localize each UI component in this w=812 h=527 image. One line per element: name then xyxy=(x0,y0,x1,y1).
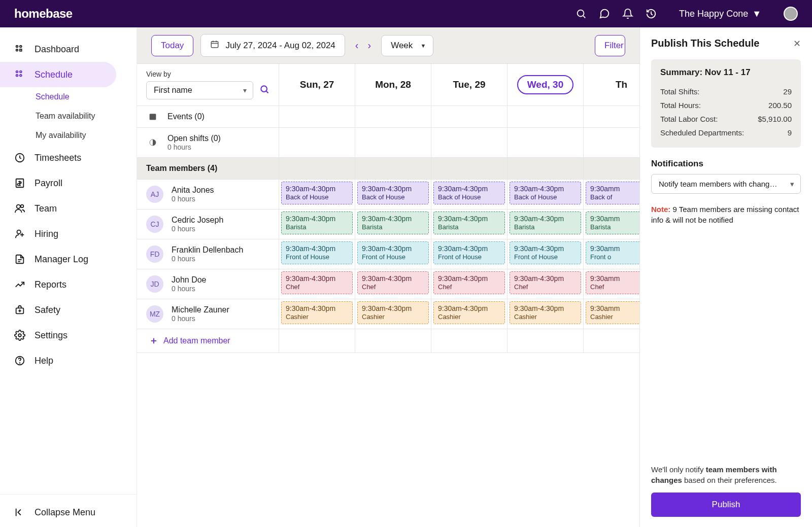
shift-cell[interactable]: 9:30am-4:30pm Cashier xyxy=(507,299,584,329)
history-icon[interactable] xyxy=(646,8,657,19)
grid-search-icon[interactable] xyxy=(259,84,269,96)
shift-cell[interactable]: 9:30am-4:30pm Chef xyxy=(431,269,507,299)
shift-block[interactable]: 9:30am-4:30pm Barista xyxy=(510,212,581,234)
shift-block[interactable]: 9:30amm Front o xyxy=(586,241,639,264)
open-shift-cell[interactable] xyxy=(584,128,639,158)
events-cell[interactable] xyxy=(507,106,584,128)
filter-button[interactable]: Filter xyxy=(595,35,625,56)
view-by-select[interactable]: First name xyxy=(146,81,253,99)
team-member-row[interactable]: JD John Doe0 hours xyxy=(137,269,279,299)
nav-settings[interactable]: Settings xyxy=(0,323,137,348)
shift-block[interactable]: 9:30am-4:30pm Chef xyxy=(281,271,353,294)
events-cell[interactable] xyxy=(584,106,639,128)
shift-block[interactable]: 9:30am-4:30pm Front of House xyxy=(433,241,505,264)
team-member-row[interactable]: FD Franklin Dellenbach0 hours xyxy=(137,239,279,269)
shift-block[interactable]: 9:30am-4:30pm Front of House xyxy=(510,241,581,264)
shift-block[interactable]: 9:30am-4:30pm Barista xyxy=(357,212,429,234)
shift-block[interactable]: 9:30am-4:30pm Chef xyxy=(433,271,505,294)
shift-cell[interactable]: 9:30amm Barista xyxy=(584,209,639,239)
day-header[interactable]: Th xyxy=(584,64,639,106)
shift-block[interactable]: 9:30amm Chef xyxy=(586,271,639,294)
period-select[interactable]: Week xyxy=(381,35,433,56)
shift-block[interactable]: 9:30am-4:30pm Cashier xyxy=(357,301,429,324)
events-cell[interactable] xyxy=(279,106,355,128)
shift-block[interactable]: 9:30amm Barista xyxy=(586,212,639,234)
shift-block[interactable]: 9:30am-4:30pm Back of House xyxy=(433,182,505,204)
shift-block[interactable]: 9:30am-4:30pm Front of House xyxy=(357,241,429,264)
shift-cell[interactable]: 9:30amm Front o xyxy=(584,239,639,269)
shift-cell[interactable]: 9:30am-4:30pm Barista xyxy=(431,209,507,239)
nav-help[interactable]: Help xyxy=(0,348,137,373)
shift-block[interactable]: 9:30amm Back of xyxy=(586,182,639,204)
shift-cell[interactable]: 9:30am-4:30pm Cashier xyxy=(355,299,431,329)
team-member-row[interactable]: AJ Anita Jones0 hours xyxy=(137,180,279,209)
shift-cell[interactable]: 9:30am-4:30pm Back of House xyxy=(431,180,507,209)
shift-cell[interactable]: 9:30am-4:30pm Chef xyxy=(355,269,431,299)
subnav-team-availability[interactable]: Team availability xyxy=(36,107,137,126)
chat-icon[interactable] xyxy=(599,8,610,19)
shift-cell[interactable]: 9:30am-4:30pm Barista xyxy=(507,209,584,239)
nav-dashboard[interactable]: Dashboard xyxy=(0,37,137,62)
shift-cell[interactable]: 9:30am-4:30pm Front of House xyxy=(431,239,507,269)
shift-cell[interactable]: 9:30am-4:30pm Front of House xyxy=(355,239,431,269)
empty-cell[interactable] xyxy=(507,329,584,353)
close-icon[interactable]: ✕ xyxy=(793,38,801,49)
add-team-member[interactable]: Add team member xyxy=(137,329,243,353)
shift-cell[interactable]: 9:30am-4:30pm Cashier xyxy=(279,299,355,329)
search-icon[interactable] xyxy=(576,8,587,19)
subnav-schedule[interactable]: Schedule xyxy=(36,87,137,107)
open-shifts-row[interactable]: Open shifts (0)0 hours xyxy=(137,128,279,158)
shift-cell[interactable]: 9:30am-4:30pm Chef xyxy=(279,269,355,299)
events-cell[interactable] xyxy=(355,106,431,128)
shift-cell[interactable]: 9:30am-4:30pm Front of House xyxy=(507,239,584,269)
shift-cell[interactable]: 9:30am-4:30pm Barista xyxy=(355,209,431,239)
shift-cell[interactable]: 9:30am-4:30pm Front of House xyxy=(279,239,355,269)
shift-block[interactable]: 9:30am-4:30pm Chef xyxy=(510,271,581,294)
empty-cell[interactable] xyxy=(431,329,507,353)
nav-manager-log[interactable]: Manager Log xyxy=(0,247,137,272)
day-header[interactable]: Sun, 27 xyxy=(279,64,355,106)
team-member-row[interactable]: MZ Michelle Zauner0 hours xyxy=(137,299,279,329)
shift-cell[interactable]: 9:30am-4:30pm Barista xyxy=(279,209,355,239)
shift-block[interactable]: 9:30am-4:30pm Barista xyxy=(433,212,505,234)
shift-block[interactable]: 9:30am-4:30pm Cashier xyxy=(510,301,581,324)
events-row[interactable]: Events (0) xyxy=(137,106,279,128)
prev-week-button[interactable]: ‹ xyxy=(355,40,359,51)
shift-block[interactable]: 9:30am-4:30pm Front of House xyxy=(281,241,353,264)
shift-cell[interactable]: 9:30am-4:30pm Back of House xyxy=(507,180,584,209)
collapse-menu[interactable]: Collapse Menu xyxy=(0,498,137,527)
nav-schedule[interactable]: Schedule xyxy=(0,62,116,87)
nav-safety[interactable]: Safety xyxy=(0,297,137,323)
shift-block[interactable]: 9:30amm Cashier xyxy=(586,301,639,324)
company-selector[interactable]: The Happy Cone ▼ xyxy=(679,9,761,19)
shift-block[interactable]: 9:30am-4:30pm Cashier xyxy=(433,301,505,324)
shift-cell[interactable]: 9:30am-4:30pm Back of House xyxy=(355,180,431,209)
shift-cell[interactable]: 9:30amm Chef xyxy=(584,269,639,299)
shift-block[interactable]: 9:30am-4:30pm Barista xyxy=(281,212,353,234)
open-shift-cell[interactable] xyxy=(279,128,355,158)
date-range-picker[interactable]: July 27, 2024 - Aug 02, 2024 xyxy=(200,34,345,57)
day-header[interactable]: Mon, 28 xyxy=(355,64,431,106)
next-week-button[interactable]: › xyxy=(368,40,371,51)
shift-block[interactable]: 9:30am-4:30pm Back of House xyxy=(281,182,353,204)
team-member-row[interactable]: CJ Cedric Joseph0 hours xyxy=(137,209,279,239)
shift-block[interactable]: 9:30am-4:30pm Cashier xyxy=(281,301,353,324)
shift-block[interactable]: 9:30am-4:30pm Back of House xyxy=(357,182,429,204)
shift-block[interactable]: 9:30am-4:30pm Back of House xyxy=(510,182,581,204)
nav-payroll[interactable]: Payroll xyxy=(0,170,137,196)
subnav-my-availability[interactable]: My availability xyxy=(36,126,137,145)
shift-cell[interactable]: 9:30am-4:30pm Back of House xyxy=(279,180,355,209)
shift-cell[interactable]: 9:30am-4:30pm Chef xyxy=(507,269,584,299)
nav-timesheets[interactable]: Timesheets xyxy=(0,145,137,170)
publish-button[interactable]: Publish xyxy=(651,493,801,517)
shift-cell[interactable]: 9:30amm Cashier xyxy=(584,299,639,329)
nav-team[interactable]: Team xyxy=(0,196,137,221)
open-shift-cell[interactable] xyxy=(507,128,584,158)
today-button[interactable]: Today xyxy=(151,35,193,56)
empty-cell[interactable] xyxy=(584,329,639,353)
empty-cell[interactable] xyxy=(355,329,431,353)
shift-cell[interactable]: 9:30amm Back of xyxy=(584,180,639,209)
shift-block[interactable]: 9:30am-4:30pm Chef xyxy=(357,271,429,294)
user-avatar[interactable] xyxy=(784,7,798,21)
notify-select[interactable]: Notify team members with chang… xyxy=(651,174,801,194)
